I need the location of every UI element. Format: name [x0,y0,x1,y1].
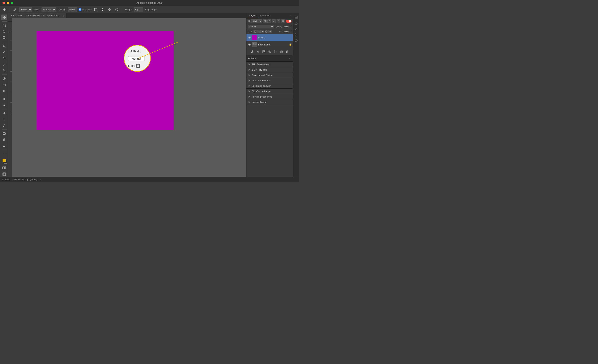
delete-layer-btn[interactable] [285,49,290,54]
dodge-tool[interactable] [1,102,7,108]
hand-tool[interactable] [1,137,7,143]
action-item-3[interactable]: Color bg and Flatten [247,73,293,78]
brush-tool[interactable] [1,61,7,67]
weight-input[interactable] [134,7,143,12]
action-run-6[interactable] [249,90,251,92]
lock-all-btn[interactable] [268,30,272,33]
new-fill-btn[interactable] [267,49,272,54]
object-select-tool[interactable] [1,35,7,41]
layer1-visibility[interactable] [248,36,251,39]
filter-kind-select[interactable]: Kind [251,19,262,23]
opacity-dropdown-icon[interactable] [290,25,291,28]
opacity-input[interactable] [68,7,77,12]
layer-fx-btn[interactable]: fx [256,49,260,54]
home-tool-btn[interactable] [2,7,7,12]
action-item-8[interactable]: Internal Loupe [247,99,293,105]
type-tool[interactable]: T [1,116,7,122]
mode-select[interactable]: Normal [42,7,56,12]
shape-tool[interactable] [1,131,7,137]
history-brush-tool[interactable] [1,76,7,81]
add-mask-btn[interactable] [262,49,266,54]
document-tab[interactable]: 60521779481__F7C2F3D7-ABC9-4D76-9F8E-97F… [8,13,66,18]
channels-tab[interactable]: Channels [258,13,272,18]
marquee-tool[interactable] [1,23,7,28]
background-visibility[interactable] [248,43,251,46]
screen-mode-btn[interactable] [1,171,7,177]
filter-pixel-btn[interactable] [263,19,267,23]
3d-sidebar-btn[interactable] [294,38,299,43]
eraser-tool[interactable] [1,82,7,88]
blur-tool[interactable] [1,96,7,102]
brush-icon-btn[interactable] [12,7,18,12]
settings-btn[interactable] [114,7,119,12]
maximize-button[interactable] [11,2,13,4]
pen-tool[interactable] [1,110,7,116]
new-group-btn[interactable] [273,49,278,54]
checkbox-preview-btn[interactable] [93,8,98,12]
filter-adjust-btn[interactable] [267,19,271,23]
path-select-tool[interactable] [1,123,7,129]
svg-rect-85 [266,31,267,32]
action-run-2[interactable] [249,69,251,71]
move-tool[interactable] [1,15,7,20]
action-run-1[interactable] [249,63,251,65]
align-btn[interactable] [100,7,105,12]
new-layer-btn[interactable] [279,49,284,54]
canvas-area[interactable]: Kind Normal Lock: [12,18,246,177]
action-item-1[interactable]: 2Up Screenshots [247,62,293,67]
paths-sidebar-btn[interactable] [294,27,299,32]
action-run-4[interactable] [249,80,251,81]
action-item-5[interactable]: 001 Make it bigger [247,83,293,89]
gradient-tool[interactable] [1,88,7,94]
filter-smart-btn[interactable] [281,19,285,23]
action-run-8[interactable] [249,101,251,103]
mag-normal-btn[interactable]: Normal [128,56,145,61]
status-bar-nav-btn[interactable]: › [40,178,41,181]
mag-kind-row: Kind [128,49,141,53]
action-run-5[interactable] [249,85,251,87]
clone-tool[interactable] [1,68,7,73]
lock-artboard-btn[interactable] [265,30,268,33]
filter-toggle[interactable] [286,20,291,23]
zoom-tool[interactable] [1,143,7,149]
action-item-7[interactable]: Internal Loupe Prep [247,94,293,99]
lasso-tool[interactable] [1,29,7,34]
action-run-7[interactable] [249,96,251,98]
filter-type-btn[interactable]: T [272,19,276,23]
properties-sidebar-btn[interactable] [294,15,299,20]
crop-tool[interactable] [1,43,7,49]
svg-marker-16 [5,78,6,79]
more-tools[interactable] [1,151,7,157]
background-name: Background [258,43,288,46]
actions-collapse-btn[interactable]: ≡ [288,56,291,61]
action-item-2[interactable]: 3 UP - Try This [247,67,293,73]
minimize-button[interactable] [7,2,9,4]
foreground-color-swatch[interactable] [2,159,6,162]
quick-mask-btn[interactable] [1,165,7,171]
action-item-4[interactable]: Index Screenshot [247,78,293,83]
layer-row-layer1[interactable]: Layer 1 [247,34,293,41]
pixels-select[interactable]: Pixels [19,7,32,12]
lock-transparent-btn[interactable] [254,30,257,33]
color-swatches[interactable] [1,158,7,164]
mag-kind-btn[interactable]: Kind [128,49,141,53]
lock-position-btn[interactable] [261,30,264,33]
fill-dropdown-icon[interactable] [290,31,291,32]
healing-tool[interactable] [1,55,7,61]
panel-collapse-btn[interactable]: ≡ [289,13,292,18]
layers-tab[interactable]: Layers [247,13,258,18]
adjustments-sidebar-btn[interactable] [294,21,299,26]
action-item-6[interactable]: 002 Outline Loupe [247,89,293,94]
anti-alias-checkbox[interactable] [79,8,81,11]
transform-btn[interactable] [107,7,112,12]
history-sidebar-btn[interactable] [294,32,299,37]
tab-close-btn[interactable]: × [63,15,64,17]
lock-image-btn[interactable] [257,30,261,33]
blend-mode-select[interactable]: Normal [248,25,274,28]
link-layers-btn[interactable] [250,49,255,54]
layer-row-background[interactable]: Background 🔒 [247,41,293,48]
action-run-3[interactable] [249,74,251,76]
filter-shape-btn[interactable] [277,19,280,23]
eyedropper-tool[interactable] [1,49,7,55]
close-button[interactable] [2,2,5,4]
